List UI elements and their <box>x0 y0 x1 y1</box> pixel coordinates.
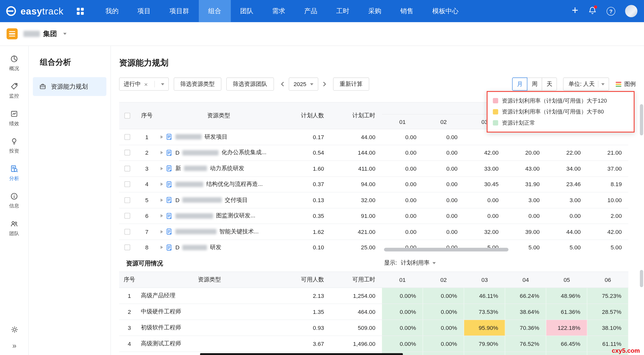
resource-name-cell[interactable]: D研发 <box>158 240 279 254</box>
planned-people: 0.13 <box>279 192 331 208</box>
row-checkbox[interactable] <box>124 245 130 250</box>
subnav-item[interactable]: 资源能力规划 <box>33 77 106 96</box>
expand-caret-icon[interactable] <box>161 246 163 249</box>
resource-name-cell[interactable]: 智能关键技术... <box>158 224 279 239</box>
expand-caret-icon[interactable] <box>161 230 163 233</box>
expand-caret-icon[interactable] <box>161 167 163 170</box>
expand-caret-icon[interactable] <box>161 151 163 154</box>
planned-people: 0.10 <box>279 240 331 254</box>
row-checkbox[interactable] <box>124 166 130 171</box>
granularity-option[interactable]: 周 <box>527 77 542 91</box>
settings-gear-icon[interactable] <box>0 325 29 334</box>
expand-caret-icon[interactable] <box>161 214 163 218</box>
expand-sidebar-icon[interactable]: » <box>0 342 29 350</box>
nav-item[interactable]: 工时 <box>327 0 359 22</box>
nav-item[interactable]: 团队 <box>231 0 263 22</box>
resource-name: 智能关键技术... <box>219 228 259 235</box>
sidebar-item[interactable]: 信息 <box>0 189 28 212</box>
user-avatar[interactable] <box>625 5 637 17</box>
nav-item[interactable]: 采购 <box>359 0 391 22</box>
sidebar-item[interactable]: 团队 <box>0 217 28 239</box>
granularity-option[interactable]: 月 <box>512 77 528 91</box>
year-selector: 2025 <box>279 77 328 91</box>
row-checkbox[interactable] <box>124 150 130 156</box>
nav-item[interactable]: 销售 <box>391 0 423 22</box>
filter-resource-type-button[interactable]: 筛选资源类型 <box>174 77 221 91</box>
recalculate-button[interactable]: 重新计算 <box>333 77 369 91</box>
help-icon[interactable]: ? <box>607 7 615 15</box>
select-all-checkbox[interactable] <box>124 113 130 119</box>
month-value: 3.00 <box>505 192 546 208</box>
expand-caret-icon[interactable] <box>161 135 163 139</box>
org-selector[interactable]: 集团 <box>23 29 67 39</box>
legend-toggle[interactable]: 图例 <box>615 80 636 88</box>
notifications-bell-icon[interactable] <box>588 6 597 16</box>
nav-item[interactable]: 项目群 <box>160 0 199 22</box>
resource-name-cell[interactable]: 结构优化与流程再造... <box>158 176 279 192</box>
bottom-scrollbar[interactable] <box>200 353 403 355</box>
month-value: 34.00 <box>546 161 587 176</box>
clear-filter-icon[interactable]: × <box>144 81 148 87</box>
row-checkbox[interactable] <box>124 134 130 140</box>
row-checkbox[interactable] <box>124 229 130 235</box>
nav-item[interactable]: 模板中心 <box>423 0 468 22</box>
horizontal-scrollbar[interactable] <box>384 248 508 252</box>
unit-select[interactable]: 单位: 人天 <box>563 77 609 91</box>
sidebar-item[interactable]: 概况 <box>0 52 28 75</box>
row-checkbox[interactable] <box>124 181 130 187</box>
resource-name-cell[interactable]: D化办公系统集成... <box>158 145 279 160</box>
sidebar-item[interactable]: 监控 <box>0 79 28 102</box>
logo[interactable]: easytrack <box>0 5 68 17</box>
month-value: 0.00 <box>382 161 423 176</box>
nav-item[interactable]: 组合 <box>199 0 231 22</box>
resource-name-cell[interactable]: 图监测仪研发... <box>158 208 279 224</box>
month-value: 21.00 <box>587 145 628 160</box>
avail-table-body: 1高级产品经理2.131,254.000.00%0.00%46.11%66.24… <box>119 288 628 355</box>
row-checkbox[interactable] <box>124 213 130 219</box>
resource-name-cell[interactable]: D交付项目 <box>158 192 279 208</box>
nav-item[interactable]: 我的 <box>96 0 128 22</box>
available-hours: 1,496.00 <box>331 336 382 352</box>
granularity-option[interactable]: 天 <box>542 77 557 91</box>
avail-table-header: 序号 资源类型 可用人数 可用工时 010203040506 <box>119 271 628 288</box>
month-value: 42.00 <box>587 224 628 239</box>
sidebar-item[interactable]: 分析 <box>0 162 28 184</box>
watermark: cxy5.com <box>612 347 640 354</box>
expand-caret-icon[interactable] <box>161 183 163 186</box>
status-filter-select[interactable]: 进行中 × <box>119 77 169 91</box>
resource-type-name: 初级软件工程师 <box>140 320 279 336</box>
filter-resource-team-button[interactable]: 筛选资源团队 <box>226 77 274 91</box>
sidebar-item[interactable]: 绩效 <box>0 107 28 130</box>
chevron-down-icon <box>63 33 67 35</box>
utilization-cell: 0.00% <box>423 304 464 320</box>
apps-grid-icon[interactable] <box>77 8 83 14</box>
subnav-items: 资源能力规划 <box>29 77 110 96</box>
next-year-icon[interactable] <box>321 80 328 88</box>
org-menu-icon[interactable] <box>7 28 18 39</box>
planned-people: 1.60 <box>279 161 331 176</box>
investment-icon <box>10 137 19 146</box>
resource-name-cell[interactable]: 研发项目 <box>158 129 279 145</box>
name-prefix: D <box>175 197 179 203</box>
nav-item[interactable]: 需求 <box>263 0 295 22</box>
utilization-cell <box>464 352 505 355</box>
sidebar-item-label: 信息 <box>9 202 19 209</box>
plan-table-row: 8D研发0.1025.000.000.005.005.005.005.00 <box>119 240 628 254</box>
utilization-cell: 0.00% <box>382 288 423 304</box>
display-mode-dropdown[interactable]: 计划利用率 <box>401 259 436 267</box>
sidebar-item[interactable]: 投资 <box>0 134 28 157</box>
year-dropdown[interactable]: 2025 <box>289 77 318 91</box>
prev-year-icon[interactable] <box>279 80 286 88</box>
planned-people: 0.35 <box>279 208 331 224</box>
avail-month-header: 06 <box>587 272 628 287</box>
resource-name-cell[interactable]: 新动力系统研发 <box>158 161 279 176</box>
nav-item[interactable]: 项目 <box>128 0 160 22</box>
add-icon[interactable]: + <box>572 5 578 16</box>
planned-people: 0.54 <box>279 145 331 160</box>
row-checkbox[interactable] <box>124 197 130 203</box>
vertical-scrollbar[interactable] <box>640 270 643 287</box>
nav-item[interactable]: 产品 <box>295 0 327 22</box>
main-content: 资源能力规划 进行中 × 筛选资源类型 筛选资源团队 2025 重新计算 月周天 <box>111 46 644 355</box>
vertical-scrollbar[interactable] <box>640 104 643 135</box>
expand-caret-icon[interactable] <box>161 198 163 202</box>
